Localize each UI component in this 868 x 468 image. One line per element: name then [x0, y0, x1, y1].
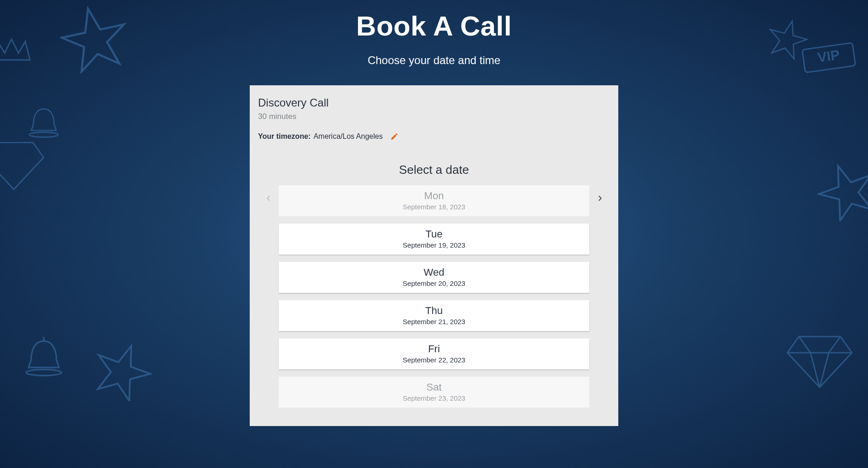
page-subtitle: Choose your date and time — [368, 54, 500, 67]
date-day-label: Thu — [282, 305, 586, 317]
date-option: MonSeptember 18, 2023 — [279, 185, 589, 216]
edit-timezone-button[interactable] — [390, 132, 399, 141]
date-full-label: September 21, 2023 — [282, 318, 586, 326]
prev-week-nav — [258, 185, 279, 203]
date-option[interactable]: FriSeptember 22, 2023 — [279, 338, 589, 369]
timezone-row: Your timezone: America/Los Angeles — [258, 132, 610, 141]
date-list: MonSeptember 18, 2023TueSeptember 19, 20… — [279, 185, 589, 408]
date-day-label: Sat — [282, 381, 586, 393]
date-full-label: September 18, 2023 — [282, 203, 586, 211]
next-week-nav — [589, 185, 610, 203]
date-option[interactable]: TueSeptember 19, 2023 — [279, 224, 589, 255]
call-duration: 30 minutes — [258, 112, 610, 121]
timezone-label: Your timezone: — [258, 132, 311, 141]
date-day-label: Wed — [282, 267, 586, 278]
date-day-label: Fri — [282, 343, 586, 355]
date-option: SatSeptember 23, 2023 — [279, 377, 589, 408]
prev-week-button — [265, 194, 272, 203]
chevron-right-icon — [597, 195, 603, 201]
page-title: Book A Call — [356, 10, 512, 42]
date-picker: MonSeptember 18, 2023TueSeptember 19, 20… — [258, 185, 610, 408]
booking-card: Discovery Call 30 minutes Your timezone:… — [250, 85, 618, 426]
date-day-label: Mon — [282, 190, 586, 202]
date-full-label: September 23, 2023 — [282, 394, 586, 402]
timezone-value: America/Los Angeles — [313, 132, 382, 141]
pencil-icon — [390, 132, 399, 141]
next-week-button[interactable] — [597, 194, 603, 203]
chevron-left-icon — [265, 195, 272, 201]
date-option[interactable]: ThuSeptember 21, 2023 — [279, 300, 589, 331]
date-option[interactable]: WedSeptember 20, 2023 — [279, 262, 589, 293]
date-full-label: September 20, 2023 — [282, 279, 586, 287]
call-name: Discovery Call — [258, 96, 610, 109]
date-full-label: September 19, 2023 — [282, 241, 586, 249]
date-full-label: September 22, 2023 — [282, 356, 586, 364]
date-day-label: Tue — [282, 228, 586, 240]
select-date-heading: Select a date — [258, 163, 610, 177]
